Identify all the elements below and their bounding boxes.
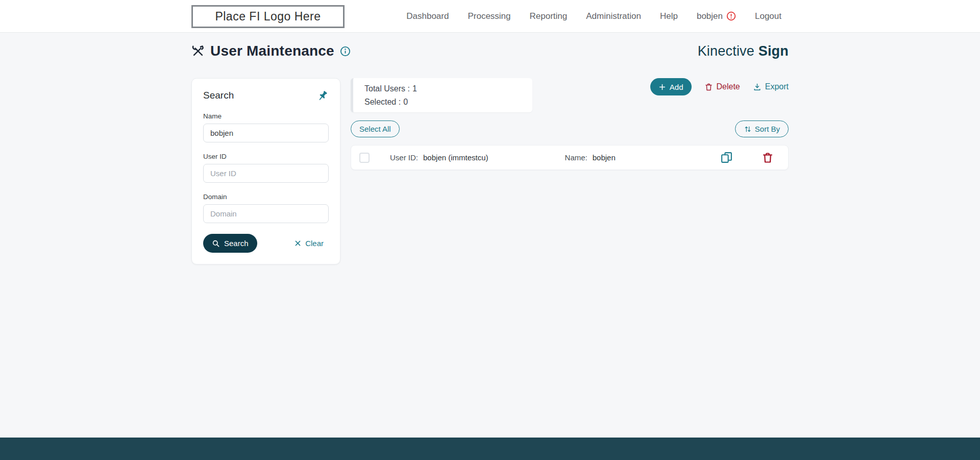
fi-logo-placeholder: Place FI Logo Here: [191, 5, 345, 28]
tools-icon: [191, 44, 205, 58]
search-button-label: Search: [224, 239, 249, 248]
selected-value: 0: [403, 98, 408, 106]
name-cell-value: bobjen: [593, 153, 616, 162]
add-user-button[interactable]: Add: [650, 78, 692, 95]
name-field-label: Name: [203, 112, 329, 120]
search-panel-title: Search: [203, 90, 234, 101]
user-id-cell: User ID: bobjen (immtestcu): [390, 153, 488, 162]
sort-arrows-icon: [744, 125, 752, 133]
page-header: User Maintenance Kinective Sign: [191, 43, 789, 59]
nav-processing[interactable]: Processing: [468, 11, 510, 21]
alert-circle-icon: [726, 11, 736, 21]
close-icon: [294, 239, 302, 247]
footer-bar: [0, 438, 980, 460]
nav-user-bobjen[interactable]: bobjen: [697, 11, 736, 21]
total-users-label: Total Users :: [364, 84, 410, 93]
primary-nav: Dashboard Processing Reporting Administr…: [406, 0, 781, 32]
user-id-input[interactable]: [203, 164, 329, 183]
delete-button[interactable]: Delete: [704, 82, 740, 91]
name-cell-label: Name:: [565, 153, 587, 162]
add-button-label: Add: [670, 83, 683, 91]
sort-by-label: Sort By: [755, 125, 780, 133]
brand-name: Kinective: [698, 43, 754, 59]
nav-reporting[interactable]: Reporting: [530, 11, 568, 21]
clear-button[interactable]: Clear: [294, 239, 324, 248]
total-users-line: Total Users :1: [364, 83, 532, 94]
search-icon: [212, 239, 220, 248]
select-all-label: Select All: [359, 125, 391, 133]
domain-field-label: Domain: [203, 193, 329, 201]
export-button-label: Export: [765, 82, 789, 91]
select-all-button[interactable]: Select All: [351, 120, 400, 137]
export-button[interactable]: Export: [753, 82, 789, 91]
nav-dashboard[interactable]: Dashboard: [406, 11, 449, 21]
total-users-value: 1: [412, 84, 417, 93]
user-id-field-label: User ID: [203, 153, 329, 160]
user-list-section: Total Users :1 Selected :0 Add: [351, 78, 789, 170]
nav-user-label: bobjen: [697, 11, 723, 21]
search-panel: Search Name User ID Domain: [191, 78, 340, 264]
top-navigation-bar: Place FI Logo Here Dashboard Processing …: [0, 0, 980, 33]
clear-button-label: Clear: [305, 239, 324, 248]
pushpin-icon[interactable]: [314, 87, 331, 105]
copy-icon[interactable]: [720, 151, 733, 164]
nav-administration[interactable]: Administration: [586, 11, 641, 21]
brand-product: Sign: [758, 43, 789, 59]
plus-icon: [658, 83, 666, 91]
summary-box: Total Users :1 Selected :0: [351, 78, 532, 112]
user-id-cell-value: bobjen (immtestcu): [423, 153, 488, 162]
page-title: User Maintenance: [210, 43, 334, 59]
search-button[interactable]: Search: [203, 234, 257, 253]
selected-label: Selected :: [364, 98, 401, 106]
nav-logout[interactable]: Logout: [755, 11, 781, 21]
delete-button-label: Delete: [717, 82, 740, 91]
info-icon[interactable]: [340, 46, 351, 57]
domain-input[interactable]: [203, 204, 329, 223]
brand-kinective-sign: Kinective Sign: [698, 43, 789, 59]
selected-line: Selected :0: [364, 96, 532, 107]
row-trash-icon[interactable]: [762, 152, 774, 164]
user-id-cell-label: User ID:: [390, 153, 418, 162]
user-list-row: User ID: bobjen (immtestcu) Name: bobjen: [351, 145, 789, 170]
logo-text: Place FI Logo Here: [215, 10, 321, 23]
sort-by-button[interactable]: Sort By: [735, 120, 789, 137]
nav-help[interactable]: Help: [660, 11, 678, 21]
trash-icon: [704, 83, 713, 91]
download-icon: [753, 83, 762, 91]
name-input[interactable]: [203, 124, 329, 142]
row-checkbox[interactable]: [359, 153, 370, 163]
name-cell: Name: bobjen: [565, 153, 616, 162]
